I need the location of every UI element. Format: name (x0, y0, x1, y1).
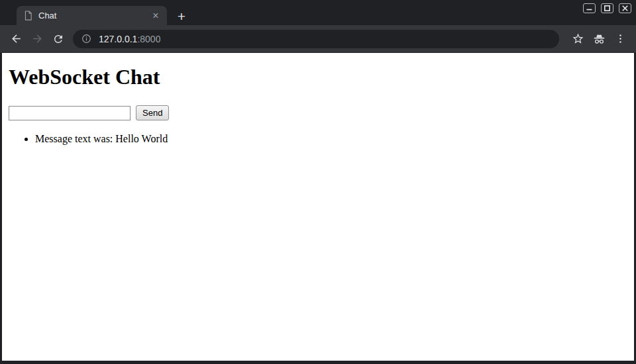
close-button[interactable] (619, 3, 631, 13)
bookmark-button[interactable] (567, 28, 588, 50)
message-list: Message text was: Hello World (9, 132, 627, 145)
kebab-menu-icon (615, 33, 626, 44)
back-icon (10, 32, 23, 45)
incognito-badge (588, 28, 610, 50)
page-content: WebSocket Chat Send Message text was: He… (2, 53, 634, 361)
page-favicon-icon (23, 10, 33, 21)
menu-button[interactable] (610, 28, 631, 50)
browser-toolbar: 127.0.0.1:8000 (0, 25, 636, 53)
maximize-icon (604, 5, 611, 12)
page-title: WebSocket Chat (9, 65, 627, 89)
forward-button[interactable] (26, 28, 48, 50)
close-icon (621, 5, 629, 12)
site-info-icon[interactable] (81, 33, 92, 44)
reload-icon (52, 33, 64, 45)
tab-chat[interactable]: Chat × (17, 6, 167, 25)
reload-button[interactable] (48, 28, 69, 50)
message-input[interactable] (9, 106, 131, 120)
message-form: Send (9, 105, 627, 120)
titlebar: Chat × + (0, 0, 636, 25)
back-button[interactable] (5, 28, 26, 50)
tab-close-icon[interactable]: × (150, 10, 162, 22)
minimize-button[interactable] (583, 3, 596, 13)
url-port: :8000 (137, 34, 160, 44)
tab-title: Chat (38, 11, 144, 21)
forward-icon (31, 32, 44, 45)
minimize-icon (586, 5, 593, 12)
list-item: Message text was: Hello World (35, 132, 627, 145)
maximize-button[interactable] (601, 3, 613, 13)
star-icon (572, 32, 584, 45)
send-button[interactable]: Send (136, 105, 169, 120)
plus-icon: + (178, 9, 186, 23)
new-tab-button[interactable]: + (173, 7, 190, 24)
url-host: 127.0.0.1 (99, 34, 137, 44)
address-bar[interactable]: 127.0.0.1:8000 (73, 30, 559, 48)
url-text: 127.0.0.1:8000 (99, 34, 160, 44)
window-controls (583, 3, 631, 13)
incognito-icon (592, 32, 606, 45)
browser-window: Chat × + (0, 0, 636, 364)
